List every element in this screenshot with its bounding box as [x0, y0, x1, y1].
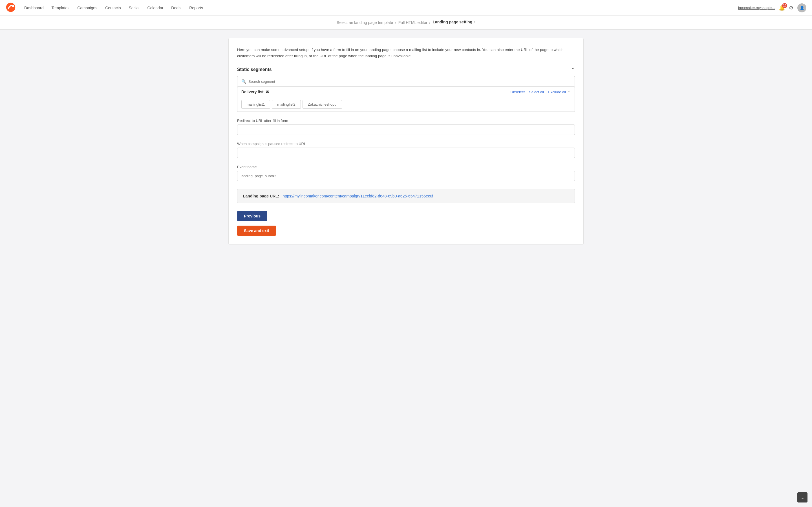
static-segments-header: Static segments ⌃	[237, 67, 575, 72]
paused-redirect-input[interactable]	[237, 148, 575, 158]
breadcrumb: Select an landing page template › Full H…	[0, 16, 812, 30]
collapse-segments-button[interactable]: ⌃	[571, 67, 575, 72]
breadcrumb-step-2[interactable]: Full HTML editor ›	[398, 20, 430, 25]
redirect-url-input[interactable]	[237, 124, 575, 135]
separator-1: |	[526, 90, 527, 94]
delivery-list-title: Delivery list ✉	[241, 90, 269, 94]
notifications-wrap: 🔔 10	[779, 5, 785, 11]
delivery-list-header: Delivery list ✉ Unselect | Select all | …	[238, 87, 574, 97]
delivery-list-section: Delivery list ✉ Unselect | Select all | …	[237, 87, 575, 112]
nav-deals[interactable]: Deals	[171, 4, 181, 12]
static-segments-title: Static segments	[237, 67, 272, 72]
landing-page-url-box: Landing page URL: https://my.incomaker.c…	[237, 189, 575, 203]
event-name-group: Event name	[237, 165, 575, 181]
top-nav: Dashboard Templates Campaigns Contacts S…	[0, 0, 812, 16]
breadcrumb-step-3[interactable]: Landing page setting ›	[433, 20, 475, 25]
avatar[interactable]: 👤	[797, 3, 806, 12]
event-name-label: Event name	[237, 165, 575, 169]
notification-badge: 10	[782, 3, 787, 8]
mailing-item-2[interactable]: mailinglist2	[272, 100, 301, 109]
page-description: Here you can make some advanced setup. I…	[237, 47, 575, 59]
mailing-list-items: mailinglist1 mailinglist2 Zákazníci esho…	[238, 97, 574, 112]
nav-links: Dashboard Templates Campaigns Contacts S…	[24, 4, 738, 12]
lp-url-label: Landing page URL:	[243, 194, 279, 198]
nav-campaigns[interactable]: Campaigns	[77, 4, 97, 12]
search-icon: 🔍	[241, 79, 246, 83]
svg-point-0	[6, 3, 15, 12]
nav-reports[interactable]: Reports	[189, 4, 203, 12]
avatar-icon: 👤	[800, 6, 804, 10]
main-content: Here you can make some advanced setup. I…	[223, 38, 589, 244]
nav-dashboard[interactable]: Dashboard	[24, 4, 44, 12]
settings-icon[interactable]: ⚙	[789, 5, 794, 11]
nav-templates[interactable]: Templates	[52, 4, 70, 12]
redirect-url-group: Redirect to URL after fill in form	[237, 119, 575, 135]
mailing-item-1[interactable]: mailinglist1	[241, 100, 270, 109]
lp-url-link[interactable]: https://my.incomaker.com/content/campaig…	[283, 194, 433, 198]
search-segment-wrapper: 🔍	[237, 76, 575, 87]
chevron-right-icon-2: ›	[429, 20, 430, 25]
event-name-input[interactable]	[237, 171, 575, 181]
paused-redirect-label: When campaign is paused redirect to URL	[237, 142, 575, 146]
settings-card: Here you can make some advanced setup. I…	[229, 38, 583, 244]
nav-contacts[interactable]: Contacts	[105, 4, 121, 12]
chevron-right-icon-3: ›	[474, 20, 475, 24]
delivery-list-actions: Unselect | Select all | Exclude all	[511, 90, 566, 94]
action-buttons: Previous Save and exit	[237, 211, 575, 236]
redirect-url-label: Redirect to URL after fill in form	[237, 119, 575, 123]
nav-calendar[interactable]: Calendar	[147, 4, 163, 12]
logo[interactable]	[6, 2, 16, 13]
select-all-button[interactable]: Select all	[529, 90, 544, 94]
search-segment-input[interactable]	[248, 79, 571, 83]
paused-redirect-group: When campaign is paused redirect to URL	[237, 142, 575, 158]
separator-2: |	[546, 90, 546, 94]
nav-right: incomaker.myshopte... 🔔 10 ⚙ 👤	[738, 3, 806, 12]
breadcrumb-step-1[interactable]: Select an landing page template ›	[337, 20, 396, 25]
svg-point-1	[12, 5, 14, 7]
unselect-button[interactable]: Unselect	[511, 90, 525, 94]
save-and-exit-button[interactable]: Save and exit	[237, 226, 276, 236]
previous-button[interactable]: Previous	[237, 211, 267, 221]
user-account-link[interactable]: incomaker.myshopte...	[738, 6, 775, 10]
exclude-all-button[interactable]: Exclude all	[548, 90, 566, 94]
chevron-right-icon-1: ›	[395, 20, 396, 25]
mailing-item-3[interactable]: Zákazníci eshopu	[303, 100, 342, 109]
envelope-icon: ✉	[266, 90, 269, 94]
nav-social[interactable]: Social	[129, 4, 139, 12]
collapse-delivery-list-button[interactable]: ⌃	[567, 90, 571, 94]
